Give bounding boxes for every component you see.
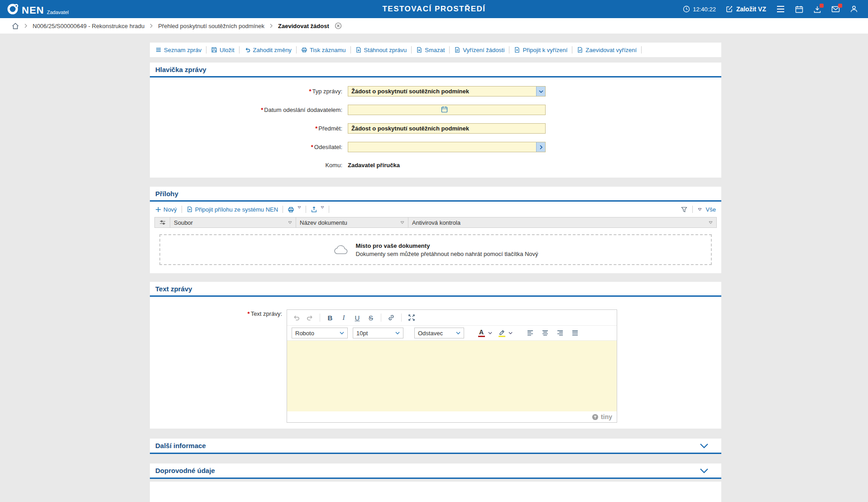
filter-triangle-icon[interactable] <box>400 221 404 224</box>
clock-icon <box>683 5 690 13</box>
breadcrumb-item-contract[interactable]: N006/25/S00000649 - Rekonstrukce hradu <box>33 23 144 29</box>
table-settings-cell[interactable] <box>155 217 170 227</box>
underline-button[interactable]: U <box>351 312 364 323</box>
downloads-badge <box>820 4 824 8</box>
home-icon[interactable] <box>12 23 19 29</box>
highlight-color-button[interactable] <box>496 327 507 339</box>
nen-logo[interactable]: NEN Zadavatel <box>0 3 69 15</box>
menu-icon[interactable] <box>776 5 785 13</box>
chevron-right-icon[interactable] <box>536 142 545 152</box>
downloads-icon[interactable] <box>813 5 821 13</box>
chevron-down-icon <box>340 332 344 334</box>
align-justify-icon[interactable] <box>569 327 581 339</box>
session-time: 12:40:22 <box>693 6 716 13</box>
redo-icon[interactable] <box>303 312 316 323</box>
action-label: Zaevidovat vyřízení <box>585 47 637 53</box>
section-underline <box>150 453 721 454</box>
predmet-input[interactable]: Žádost o poskytnutí soutěžních podmínek <box>348 123 546 134</box>
column-header-antivirova-kontrola[interactable]: Antivirová kontrola <box>408 217 716 227</box>
new-attachment-button[interactable]: Nový <box>155 206 177 213</box>
editor-status-bar: tiny <box>287 411 617 422</box>
action-ulozit[interactable]: Uložit <box>211 47 235 53</box>
chevron-right-icon <box>270 24 273 28</box>
dropdown-mini-icon[interactable] <box>321 206 324 209</box>
action-stahnout-zpravu[interactable]: Stáhnout zprávu <box>355 47 407 53</box>
action-label: Tisk záznamu <box>310 47 346 53</box>
font-size-select[interactable]: 10pt <box>353 328 403 338</box>
link-icon[interactable] <box>385 312 398 323</box>
section-title: Další informace <box>155 442 206 449</box>
action-label: Seznam zpráv <box>164 47 201 53</box>
align-right-icon[interactable] <box>554 327 566 339</box>
filter-triangle-icon[interactable] <box>698 208 702 211</box>
highlighter-icon <box>499 329 505 336</box>
action-zaevidovat-vyrizeni[interactable]: Zaevidovat vyřízení <box>577 47 637 53</box>
field-label: *Odesílatel: <box>150 144 348 150</box>
nen-logo-icon <box>6 3 19 15</box>
italic-button[interactable]: I <box>337 312 350 323</box>
chevron-down-icon[interactable] <box>536 87 545 96</box>
highlight-dropdown-icon[interactable] <box>507 327 514 339</box>
attach-from-nen-label: Připojit přílohu ze systému NEN <box>195 206 278 213</box>
edit-icon <box>726 5 733 13</box>
form-row-typ-zpravy: *Typ zprávy: Žádost o poskytnutí soutěžn… <box>150 82 721 101</box>
editor-content-area[interactable] <box>287 341 617 411</box>
action-pripojit-k-vyrizeni[interactable]: Připojit k vyřízení <box>514 47 567 53</box>
block-format-value: Odstavec <box>418 330 443 337</box>
block-format-select[interactable]: Odstavec <box>414 328 464 338</box>
fullscreen-icon[interactable] <box>405 312 418 323</box>
odesilatel-input[interactable] <box>348 142 546 152</box>
divider <box>509 46 509 53</box>
align-left-icon[interactable] <box>524 327 537 339</box>
filter-triangle-icon[interactable] <box>288 221 292 224</box>
action-vyrizeni-zadosti[interactable]: Vyřízení žádosti <box>454 47 504 53</box>
close-tab-icon[interactable] <box>335 22 342 29</box>
column-header-nazev-dokumentu[interactable]: Název dokumentu <box>296 217 408 227</box>
typ-zpravy-select[interactable]: Žádost o poskytnutí soutěžních podmínek <box>348 86 546 97</box>
text-color-dropdown-icon[interactable] <box>487 327 494 339</box>
divider <box>401 314 402 322</box>
environment-title: TESTOVACÍ PROSTŘEDÍ <box>382 5 485 14</box>
calendar-icon[interactable] <box>795 5 803 13</box>
font-size-value: 10pt <box>356 330 368 337</box>
action-label: Smazat <box>425 47 445 53</box>
column-header-soubor[interactable]: Soubor <box>170 217 296 227</box>
section-dalsi-informace[interactable]: Další informace <box>150 439 721 454</box>
dropdown-mini-icon[interactable] <box>297 206 301 209</box>
action-smazat[interactable]: Smazat <box>416 47 445 53</box>
chevron-down-icon[interactable] <box>700 468 709 473</box>
attach-from-nen-button[interactable]: Připojit přílohu ze systému NEN <box>187 206 278 213</box>
undo-icon[interactable] <box>290 312 302 323</box>
section-doprovodne-udaje[interactable]: Doprovodné údaje <box>150 463 721 479</box>
print-icon <box>301 47 307 53</box>
undo-icon <box>244 47 251 53</box>
export-attachments-button[interactable] <box>311 206 324 213</box>
filter-triangle-icon[interactable] <box>709 221 713 224</box>
field-label: *Datum odeslání dodavatelem: <box>150 106 348 113</box>
chevron-right-icon <box>24 24 27 28</box>
action-zahodit-zmeny[interactable]: Zahodit změny <box>244 47 292 53</box>
create-vz-button[interactable]: Založit VZ <box>726 5 766 13</box>
bold-button[interactable]: B <box>324 312 336 323</box>
text-color-button[interactable]: A <box>476 327 487 339</box>
action-label: Vyřízení žádosti <box>463 47 504 53</box>
user-icon[interactable] <box>850 5 858 13</box>
plus-icon <box>155 207 161 212</box>
font-family-select[interactable]: Roboto <box>292 328 348 338</box>
align-center-icon[interactable] <box>539 327 551 339</box>
breadcrumb-item-overview[interactable]: Přehled poskytnutí soutěžních podmínek <box>158 23 264 29</box>
datum-odeslani-input[interactable] <box>348 105 546 115</box>
calendar-picker-icon[interactable] <box>441 106 448 113</box>
action-seznam-zprav[interactable]: Seznam zpráv <box>155 47 201 53</box>
strikethrough-button[interactable]: S <box>364 312 377 323</box>
chevron-down-icon[interactable] <box>700 443 709 449</box>
font-family-value: Roboto <box>295 330 314 337</box>
show-all-link[interactable]: Vše <box>706 206 716 213</box>
mail-icon[interactable] <box>831 5 840 13</box>
attachments-dropzone[interactable]: Místo pro vaše dokumenty Dokumenty sem m… <box>159 234 712 265</box>
funnel-filter-icon[interactable] <box>681 207 687 212</box>
action-tisk-zaznamu[interactable]: Tisk záznamu <box>301 47 346 53</box>
check-doc-icon <box>577 47 583 53</box>
print-attachments-button[interactable] <box>288 206 301 213</box>
download-doc-icon <box>355 47 362 53</box>
